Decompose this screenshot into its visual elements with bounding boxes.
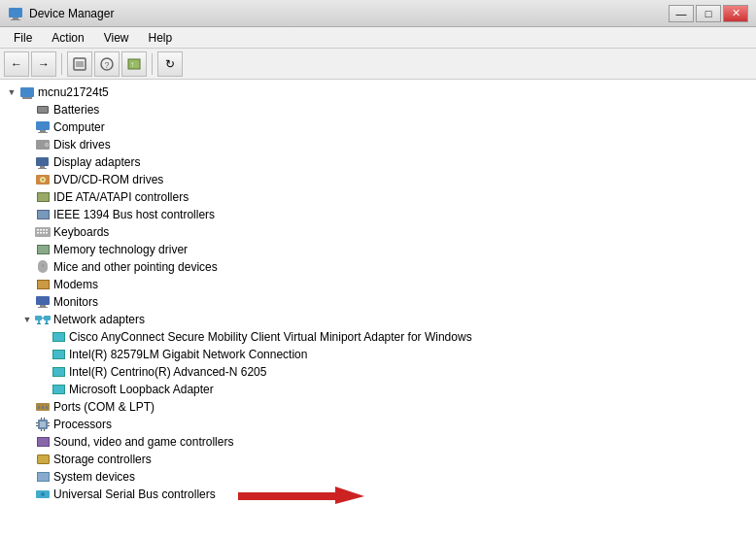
monitors-label: Monitors [53, 295, 98, 309]
close-button[interactable]: ✕ [723, 5, 748, 22]
tree-item-cisco[interactable]: ► Cisco AnyConnect Secure Mobility Clien… [0, 328, 756, 346]
loopback-expander: ► [35, 382, 51, 397]
svg-rect-36 [36, 296, 50, 305]
processors-label: Processors [53, 418, 112, 431]
memorytechnology-expander[interactable]: ► [19, 242, 35, 257]
help-button[interactable]: ? [94, 51, 120, 77]
svg-rect-26 [37, 229, 39, 231]
cisco-label: Cisco AnyConnect Secure Mobility Client … [69, 330, 472, 344]
svg-rect-47 [38, 406, 40, 409]
networkadapters-expander[interactable]: ▼ [19, 312, 35, 327]
tree-item-loopback[interactable]: ► Microsoft Loopback Adapter [0, 381, 756, 398]
modems-expander[interactable]: ► [19, 277, 35, 292]
menu-view[interactable]: View [94, 29, 139, 47]
tree-item-sound[interactable]: ► Sound, video and game controllers [0, 433, 756, 451]
ports-expander[interactable]: ► [19, 399, 35, 415]
ieee-expander[interactable]: ► [19, 207, 35, 222]
tree-item-ports[interactable]: ► Ports (COM & LPT) [0, 398, 756, 416]
svg-rect-56 [36, 422, 38, 423]
batteries-expander[interactable]: ► [19, 102, 35, 118]
tree-item-dvd[interactable]: ► DVD/CD-ROM drives [0, 171, 756, 188]
systemdevices-expander[interactable]: ► [19, 469, 35, 485]
computer-label: Computer [53, 120, 105, 134]
tree-item-displayadapters[interactable]: ► Display adapters [0, 153, 756, 171]
modems-label: Modems [53, 278, 98, 291]
batteries-label: Batteries [53, 103, 99, 117]
tree-item-intelcentrino[interactable]: ► Intel(R) Centrino(R) Advanced-N 6205 [0, 363, 756, 381]
usb-label: Universal Serial Bus controllers [53, 488, 216, 501]
dvd-expander[interactable]: ► [19, 172, 35, 187]
tree-item-ieee[interactable]: ► IEEE 1394 Bus host controllers [0, 206, 756, 223]
tree-item-networkadapters[interactable]: ▼ Network adapters [0, 311, 756, 328]
tree-item-intel82579[interactable]: ► Intel(R) 82579LM Gigabit Network Conne… [0, 346, 756, 363]
storage-icon [35, 452, 51, 467]
forward-button[interactable]: → [31, 51, 56, 77]
tree-item-monitors[interactable]: ► Monitors [0, 293, 756, 311]
mice-expander[interactable]: ► [19, 259, 35, 275]
minimize-button[interactable]: — [669, 5, 694, 22]
tree-item-computer[interactable]: ► Computer [0, 118, 756, 136]
tree-item-batteries[interactable]: ► Batteries [0, 101, 756, 118]
diskdrives-expander[interactable]: ► [19, 137, 35, 152]
menu-help[interactable]: Help [139, 29, 183, 47]
svg-rect-62 [238, 492, 335, 500]
intel82579-icon [51, 347, 66, 362]
sound-icon [35, 434, 51, 450]
red-arrow [238, 487, 364, 504]
usb-icon [35, 487, 51, 502]
svg-text:↑: ↑ [130, 60, 134, 69]
diskdrives-icon [35, 137, 51, 152]
ide-expander[interactable]: ► [19, 189, 35, 205]
sound-expander[interactable]: ► [19, 434, 35, 450]
tree-item-processors[interactable]: ► Processors [0, 416, 756, 433]
svg-rect-53 [44, 418, 45, 420]
maximize-button[interactable]: □ [696, 5, 721, 22]
tree-item-systemdevices[interactable]: ► System devices [0, 468, 756, 486]
cisco-expander: ► [35, 329, 51, 345]
tree-item-keyboards[interactable]: ► Keyboards [0, 223, 756, 241]
keyboards-expander[interactable]: ► [19, 224, 35, 240]
svg-rect-32 [43, 232, 45, 234]
svg-rect-20 [40, 166, 45, 168]
menu-file[interactable]: File [4, 29, 42, 47]
svg-rect-27 [40, 229, 42, 231]
svg-rect-57 [36, 425, 38, 426]
update-driver-button[interactable]: ↑ [121, 51, 147, 77]
svg-rect-41 [38, 320, 40, 323]
tree-item-mice[interactable]: ► Mice and other pointing devices [0, 258, 756, 276]
svg-rect-44 [45, 323, 49, 324]
displayadapters-expander[interactable]: ► [19, 154, 35, 170]
memorytechnology-label: Memory technology driver [53, 243, 188, 256]
tree-item-storage[interactable]: ► Storage controllers [0, 451, 756, 468]
intelcentrino-icon [51, 364, 66, 380]
tree-item-memorytechnology[interactable]: ► Memory technology driver [0, 241, 756, 258]
dvd-label: DVD/CD-ROM drives [53, 173, 163, 186]
menu-action[interactable]: Action [42, 29, 93, 47]
back-button[interactable]: ← [4, 51, 29, 77]
tree-item-modems[interactable]: ► Modems [0, 276, 756, 293]
tree-item-ide[interactable]: ► IDE ATA/ATAPI controllers [0, 188, 756, 206]
dvd-icon [35, 172, 51, 187]
tree-root[interactable]: ▼ mcnu21724t5 [0, 84, 756, 101]
usb-expander[interactable]: ► [19, 487, 35, 502]
ieee-icon [35, 207, 51, 222]
storage-expander[interactable]: ► [19, 452, 35, 467]
svg-rect-11 [20, 87, 34, 97]
svg-rect-49 [46, 406, 48, 409]
app-icon [8, 6, 23, 21]
processors-expander[interactable]: ► [19, 417, 35, 432]
mice-icon [35, 259, 51, 275]
svg-rect-19 [36, 157, 49, 166]
svg-rect-31 [40, 232, 42, 234]
root-expander[interactable]: ▼ [4, 84, 19, 100]
computer-expander[interactable]: ► [19, 119, 35, 135]
mice-label: Mice and other pointing devices [53, 260, 218, 274]
networkadapters-label: Network adapters [53, 313, 145, 326]
monitors-expander[interactable]: ► [19, 294, 35, 310]
properties-button[interactable] [67, 51, 92, 77]
window-title: Device Manager [29, 7, 114, 20]
tree-item-diskdrives[interactable]: ► Disk drives [0, 136, 756, 153]
ide-label: IDE ATA/ATAPI controllers [53, 190, 189, 204]
tree-item-usb[interactable]: ► Universal Serial Bus controllers [0, 486, 756, 503]
refresh-button[interactable]: ↻ [157, 51, 183, 77]
